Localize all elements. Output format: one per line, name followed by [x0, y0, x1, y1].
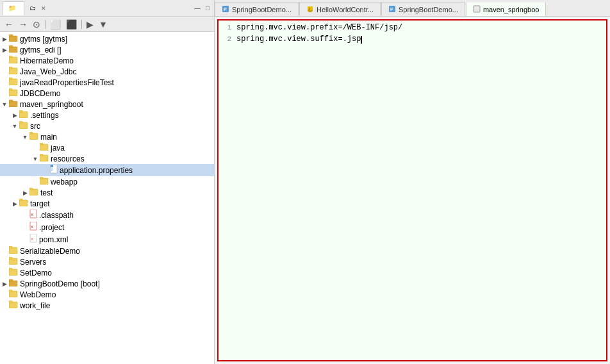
svg-rect-9 [9, 78, 12, 79]
tree-label: SpringBootDemo [boot] [20, 279, 100, 288]
tree-item-JDBCDemo[interactable]: JDBCDemo [0, 88, 214, 99]
tree-item-Java_Web_Jdbc[interactable]: Java_Web_Jdbc [0, 66, 214, 77]
dropdown-btn[interactable]: ▼ [97, 19, 110, 30]
svg-rect-43 [9, 269, 17, 276]
tree-toggle[interactable]: ▶ [10, 112, 19, 119]
left-panel: 📁 🗂 ✕ — □ ← → ⊙ ⬜ [0, 0, 215, 364]
back-btn[interactable]: ← [3, 19, 15, 30]
tree-item-application.properties[interactable]: Papplication.properties [0, 164, 214, 176]
editor-tab-tab4[interactable]: maven_springboo [466, 2, 546, 16]
svg-text:X: X [31, 213, 33, 217]
tree-label: gytms [gytms] [20, 35, 67, 44]
tree-item-pom.xml[interactable]: Xpom.xml [0, 233, 214, 245]
tree-icon [40, 154, 49, 163]
tree-icon: P [50, 165, 58, 176]
tree-item-gytms_edi[interactable]: ▶gytms_edi [] [0, 44, 214, 55]
tree-item-WebDemo[interactable]: WebDemo [0, 289, 214, 300]
left-toolbar: ← → ⊙ ⬜ ⬛ ▶ ▼ [0, 17, 214, 32]
tree-label: .classpath [39, 211, 74, 220]
editor-tab-label-tab2: HelloWorldContr... [317, 6, 374, 13]
tree-toggle[interactable]: ▼ [0, 101, 9, 108]
tree-label: java [51, 144, 65, 153]
tab-package-explorer[interactable]: 📁 [3, 1, 24, 15]
code-text-1: spring.mvc.view.prefix=/WEB-INF/jsp/ [236, 23, 402, 32]
editor-tab-icon-tab3: P [388, 5, 396, 14]
tree-label: .settings [30, 111, 59, 120]
tree-icon [9, 45, 18, 54]
tree-item-main[interactable]: ▼main [0, 131, 214, 142]
tree-item-maven_springboot[interactable]: ▼maven_springboot [0, 99, 214, 110]
svg-text:X: X [31, 225, 33, 229]
tree-item-SpringBootDemo[interactable]: ▶SpringBootDemo [boot] [0, 278, 214, 289]
svg-rect-49 [9, 302, 17, 308]
toolbar-separator-2 [81, 20, 82, 29]
tree-item-Servers[interactable]: Servers [0, 256, 214, 267]
tree-label: SerializableDemo [20, 247, 80, 256]
tree-item-HibernateDemo[interactable]: HibernateDemo [0, 55, 214, 66]
editor-tab-label-tab1: SpringBootDemo... [232, 6, 292, 13]
svg-rect-14 [19, 112, 28, 118]
editor-tab-icon-tab2: J [306, 5, 314, 14]
svg-rect-31 [19, 200, 28, 206]
tree-item-resources[interactable]: ▼resources [0, 153, 214, 164]
tree-toggle[interactable]: ▶ [21, 190, 29, 196]
package-explorer-icon: 📁 [8, 4, 16, 12]
svg-rect-42 [9, 257, 12, 259]
svg-rect-32 [19, 199, 22, 201]
svg-text:P: P [224, 7, 227, 12]
tree-label: src [30, 122, 40, 131]
svg-rect-2 [9, 47, 17, 53]
tree-item-webapp[interactable]: webapp [0, 176, 214, 187]
svg-rect-10 [9, 90, 17, 96]
tree-item-java[interactable]: java [0, 142, 214, 153]
tree-toggle[interactable]: ▼ [21, 134, 29, 140]
maximize-btn[interactable]: □ [204, 4, 211, 12]
forward-btn[interactable]: → [17, 19, 29, 30]
tree-item-project[interactable]: X.project [0, 221, 214, 233]
link-editor-btn[interactable]: ⬛ [64, 19, 79, 30]
tree-label: Java_Web_Jdbc [20, 67, 77, 76]
tree-toggle[interactable]: ▶ [0, 47, 9, 53]
tree-icon [9, 78, 18, 87]
tree-item-SerializableDemo[interactable]: SerializableDemo [0, 245, 214, 256]
svg-rect-12 [9, 101, 17, 107]
editor-tab-tab1[interactable]: PSpringBootDemo... [215, 2, 299, 16]
tree-icon [9, 290, 18, 299]
tree-item-javaReadPropertiesFileTest[interactable]: javaReadPropertiesFileTest [0, 77, 214, 88]
collapse-all-btn[interactable]: ⬜ [48, 19, 63, 30]
tree-item-target[interactable]: ▶target [0, 198, 214, 209]
tree-item-test[interactable]: ▶test [0, 187, 214, 198]
refresh-btn[interactable]: ⊙ [31, 19, 42, 30]
tree-toggle[interactable]: ▼ [31, 156, 40, 162]
tree-label: webapp [51, 178, 78, 186]
right-panel: PSpringBootDemo...JHelloWorldContr...PSp… [215, 0, 610, 364]
editor-tab-tab3[interactable]: PSpringBootDemo... [381, 2, 465, 16]
tree-toggle[interactable]: ▼ [10, 123, 19, 129]
tree-icon: X [29, 234, 37, 245]
tree-item-settings[interactable]: ▶.settings [0, 110, 214, 120]
tree-label: javaReadPropertiesFileTest [20, 78, 114, 87]
tree-label: application.properties [60, 166, 133, 175]
project-tree: ▶gytms [gytms]▶gytms_edi [] HibernateDem… [0, 32, 214, 364]
tree-toggle[interactable]: ▶ [0, 281, 9, 287]
tree-toggle[interactable]: ▶ [0, 36, 9, 42]
editor-tab-tab2[interactable]: JHelloWorldContr... [299, 2, 381, 16]
svg-text:J: J [308, 7, 310, 11]
navigator-close-icon[interactable]: ✕ [41, 5, 46, 12]
svg-rect-15 [19, 110, 22, 112]
tab-navigator[interactable]: 🗂 ✕ [24, 1, 51, 15]
editor-area[interactable]: 1spring.mvc.view.prefix=/WEB-INF/jsp/2sp… [217, 19, 607, 361]
tree-label: test [40, 188, 53, 197]
minimize-btn[interactable]: — [192, 4, 202, 12]
tree-item-work_file[interactable]: work_file [0, 300, 214, 311]
svg-rect-47 [9, 291, 17, 297]
tree-item-classpath[interactable]: X.classpath [0, 209, 214, 221]
tree-item-src[interactable]: ▼src [0, 120, 214, 131]
tree-label: SetDemo [20, 269, 52, 277]
tree-item-SetDemo[interactable]: SetDemo [0, 267, 214, 278]
svg-rect-11 [9, 88, 12, 90]
tree-item-gytms[interactable]: ▶gytms [gytms] [0, 33, 214, 44]
view-menu-btn[interactable]: ▶ [85, 19, 95, 30]
tree-toggle[interactable]: ▶ [10, 201, 19, 207]
svg-rect-50 [9, 301, 12, 302]
